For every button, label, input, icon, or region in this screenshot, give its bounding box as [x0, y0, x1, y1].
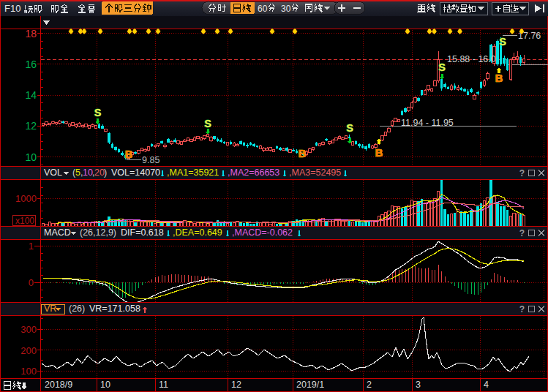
svg-text:20: 20	[94, 167, 105, 178]
svg-text:VOL=14070: VOL=14070	[111, 167, 160, 178]
svg-text:(26): (26)	[69, 304, 85, 314]
svg-text:B: B	[495, 72, 503, 84]
svg-text:2: 2	[367, 380, 372, 390]
svg-text:100: 100	[20, 366, 37, 377]
svg-text:): )	[104, 167, 107, 178]
svg-text:10: 10	[25, 151, 37, 163]
svg-text:3: 3	[416, 380, 421, 390]
svg-text:DIF=0.618: DIF=0.618	[121, 227, 164, 238]
svg-text:,DEA=0.649: ,DEA=0.649	[173, 227, 222, 238]
svg-text:VR: VR	[44, 304, 56, 314]
svg-text:B: B	[375, 147, 383, 159]
svg-text:14: 14	[25, 89, 37, 101]
svg-text:S: S	[499, 36, 506, 48]
svg-text:S: S	[346, 122, 353, 134]
svg-text:,MA1=35921: ,MA1=35921	[167, 167, 219, 178]
svg-text:x100: x100	[15, 216, 34, 226]
svg-text:?: ?	[519, 304, 525, 314]
svg-text:9.85: 9.85	[142, 155, 159, 165]
svg-text:?: ?	[519, 228, 525, 238]
svg-text:2019/1: 2019/1	[296, 380, 324, 390]
svg-text:S: S	[438, 61, 446, 73]
svg-text:16: 16	[25, 59, 37, 70]
svg-text:1000: 1000	[15, 193, 37, 204]
svg-text:2018/9: 2018/9	[45, 380, 72, 390]
svg-text:VR=171.058: VR=171.058	[89, 304, 140, 314]
svg-text:18: 18	[25, 28, 37, 39]
svg-text:0: 0	[29, 277, 34, 288]
svg-text:B: B	[125, 148, 132, 160]
svg-text:4: 4	[484, 380, 489, 390]
svg-text:10: 10	[83, 167, 93, 178]
svg-text:,MACD=-0.062: ,MACD=-0.062	[232, 227, 293, 238]
svg-text:F10: F10	[4, 3, 20, 14]
svg-text:12: 12	[231, 380, 241, 390]
svg-text:B: B	[299, 148, 306, 159]
svg-text:15.88 - 16.0: 15.88 - 16.0	[447, 54, 496, 64]
svg-text:,MA2=66653: ,MA2=66653	[228, 167, 279, 178]
svg-text:200: 200	[20, 345, 37, 356]
svg-text:11.94 - 11.95: 11.94 - 11.95	[401, 118, 454, 128]
svg-text:1: 1	[29, 241, 34, 252]
svg-text:30: 30	[281, 4, 291, 14]
svg-text:VOL: VOL	[44, 167, 62, 178]
svg-text:5: 5	[75, 167, 80, 178]
svg-text:60: 60	[258, 4, 268, 14]
svg-text:,MA3=52495: ,MA3=52495	[289, 167, 341, 178]
svg-text:11: 11	[159, 380, 168, 390]
svg-text:(26,12,9): (26,12,9)	[80, 227, 116, 238]
svg-text:MACD: MACD	[44, 227, 71, 238]
svg-text:10: 10	[100, 380, 110, 390]
svg-text:S: S	[94, 107, 102, 118]
svg-text:300: 300	[20, 324, 37, 335]
svg-text:?: ?	[519, 168, 525, 178]
svg-text:12: 12	[25, 120, 37, 132]
svg-text:S: S	[204, 118, 211, 129]
